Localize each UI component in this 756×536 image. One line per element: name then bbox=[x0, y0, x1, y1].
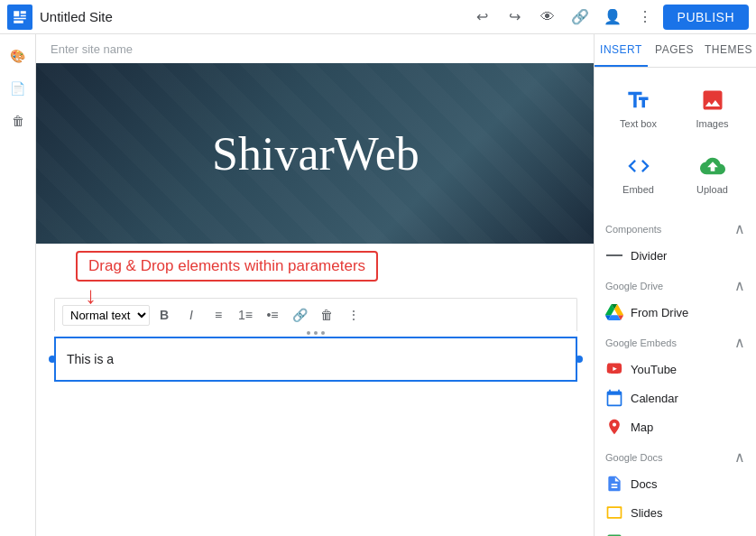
align-button[interactable]: ≡ bbox=[206, 302, 231, 328]
map-item[interactable]: Map bbox=[595, 412, 756, 441]
insert-upload[interactable]: Upload bbox=[676, 141, 749, 206]
insert-embed[interactable]: Embed bbox=[602, 141, 675, 206]
docs-item[interactable]: Docs bbox=[595, 469, 756, 498]
editor-body-wrapper: This is a bbox=[54, 331, 577, 382]
preview-button[interactable]: 👁 bbox=[533, 3, 562, 32]
divider-icon bbox=[605, 246, 623, 264]
more-toolbar-button[interactable]: ⋮ bbox=[341, 302, 366, 328]
components-label: Components bbox=[605, 224, 661, 235]
svg-rect-0 bbox=[14, 11, 19, 16]
canvas-inner: ShivarWeb Drag & Drop elements within pa… bbox=[36, 34, 594, 536]
embeds-collapse[interactable]: ∧ bbox=[734, 334, 745, 351]
ordered-list-button[interactable]: 1≡ bbox=[233, 302, 258, 328]
canvas-area[interactable]: ShivarWeb Drag & Drop elements within pa… bbox=[36, 34, 594, 536]
calendar-label: Calendar bbox=[631, 392, 678, 405]
drive-icon bbox=[605, 303, 623, 321]
italic-button[interactable]: I bbox=[179, 302, 204, 328]
left-sidebar: 🎨 📄 🗑 bbox=[0, 34, 36, 536]
section-embeds-header: Google Embeds ∧ bbox=[595, 327, 756, 355]
images-label: Images bbox=[696, 118, 728, 129]
images-icon bbox=[698, 86, 727, 115]
drive-collapse[interactable]: ∧ bbox=[734, 277, 745, 294]
tab-insert[interactable]: INSERT bbox=[595, 34, 648, 67]
youtube-icon bbox=[605, 360, 623, 378]
from-drive-item[interactable]: From Drive bbox=[595, 298, 756, 327]
delete-toolbar-button[interactable]: 🗑 bbox=[314, 302, 339, 328]
tab-pages[interactable]: PAGES bbox=[648, 34, 701, 67]
docs-label: Docs bbox=[631, 477, 658, 491]
insert-images[interactable]: Images bbox=[676, 75, 749, 140]
share-button[interactable]: 👤 bbox=[598, 3, 627, 32]
selection-handle-left bbox=[49, 356, 56, 363]
youtube-label: YouTube bbox=[631, 363, 677, 376]
svg-rect-7 bbox=[608, 508, 620, 517]
components-collapse[interactable]: ∧ bbox=[734, 220, 745, 237]
youtube-item[interactable]: YouTube bbox=[595, 355, 756, 384]
map-icon bbox=[605, 418, 623, 436]
drag-drop-hint: Drag & Drop elements within parameters bbox=[76, 251, 378, 282]
hero-section: ShivarWeb bbox=[36, 63, 594, 244]
docs-collapse[interactable]: ∧ bbox=[734, 448, 745, 466]
upload-label: Upload bbox=[696, 184, 728, 195]
drag-drop-text: Drag & Drop elements within parameters bbox=[88, 257, 365, 274]
editor-text[interactable]: This is a bbox=[67, 352, 114, 366]
unordered-list-button[interactable]: •≡ bbox=[260, 302, 285, 328]
undo-button[interactable]: ↩ bbox=[468, 3, 497, 32]
svg-rect-1 bbox=[21, 11, 26, 14]
right-panel: INSERT PAGES THEMES Text box Images bbox=[594, 34, 756, 536]
site-name-bar bbox=[36, 34, 594, 63]
drive-section-label: Google Drive bbox=[605, 281, 663, 291]
section-docs-header: Google Docs ∧ bbox=[595, 441, 756, 469]
resize-handle[interactable] bbox=[54, 331, 577, 335]
calendar-item[interactable]: Calendar bbox=[595, 384, 756, 412]
divider-item[interactable]: Divider bbox=[595, 241, 756, 270]
pages-icon[interactable]: 📄 bbox=[4, 74, 32, 103]
drag-drop-arrow: ↓ bbox=[85, 283, 97, 307]
right-tabs: INSERT PAGES THEMES bbox=[595, 34, 756, 68]
svg-rect-4 bbox=[14, 20, 23, 23]
site-title: Untitled Site bbox=[40, 9, 461, 24]
embed-label: Embed bbox=[622, 184, 654, 195]
theme-icon[interactable]: 🎨 bbox=[4, 42, 32, 70]
insert-textbox[interactable]: Text box bbox=[602, 75, 675, 140]
textbox-icon bbox=[624, 86, 653, 115]
text-style-select[interactable]: Normal text bbox=[62, 305, 150, 326]
docs-icon bbox=[605, 475, 623, 493]
tab-themes[interactable]: THEMES bbox=[701, 34, 756, 67]
editor-toolbar: Normal text B I ≡ 1≡ •≡ 🔗 🗑 ⋮ bbox=[54, 298, 577, 331]
slides-icon bbox=[605, 504, 623, 522]
editor-body[interactable]: This is a bbox=[54, 337, 577, 382]
link-toolbar-button[interactable]: 🔗 bbox=[287, 302, 312, 328]
editor-section: Normal text B I ≡ 1≡ •≡ 🔗 🗑 ⋮ bbox=[36, 298, 594, 382]
delete-icon[interactable]: 🗑 bbox=[4, 106, 32, 135]
link-button[interactable]: 🔗 bbox=[566, 3, 595, 32]
sheets-item[interactable]: Sheets bbox=[595, 527, 756, 536]
slides-item[interactable]: Slides bbox=[595, 498, 756, 527]
embed-icon bbox=[624, 152, 653, 180]
upload-icon bbox=[698, 152, 727, 180]
bold-button[interactable]: B bbox=[152, 302, 177, 328]
topbar: Untitled Site ↩ ↪ 👁 🔗 👤 ⋮ PUBLISH bbox=[0, 0, 756, 34]
site-name-input[interactable] bbox=[51, 42, 581, 56]
insert-grid: Text box Images Embed Upload bbox=[595, 68, 756, 213]
sheets-icon bbox=[605, 532, 623, 536]
hero-title: ShivarWeb bbox=[212, 127, 419, 180]
divider-label: Divider bbox=[631, 249, 667, 263]
textbox-label: Text box bbox=[620, 118, 657, 129]
from-drive-label: From Drive bbox=[631, 306, 688, 319]
selection-handle-right bbox=[576, 356, 583, 363]
redo-button[interactable]: ↪ bbox=[501, 3, 530, 32]
embeds-section-label: Google Embeds bbox=[605, 337, 677, 348]
topbar-actions: ↩ ↪ 👁 🔗 👤 ⋮ PUBLISH bbox=[468, 3, 749, 32]
slides-label: Slides bbox=[631, 506, 662, 520]
app-logo bbox=[7, 5, 32, 30]
section-drive-header: Google Drive ∧ bbox=[595, 270, 756, 298]
svg-rect-5 bbox=[606, 254, 622, 256]
docs-section-label: Google Docs bbox=[605, 452, 663, 463]
more-button[interactable]: ⋮ bbox=[631, 3, 659, 32]
section-components-header: Components ∧ bbox=[595, 213, 756, 241]
svg-rect-2 bbox=[21, 14, 26, 16]
main-layout: 🎨 📄 🗑 ShivarWeb Drag & Drop elements wit… bbox=[0, 34, 756, 536]
publish-button[interactable]: PUBLISH bbox=[663, 5, 749, 30]
svg-rect-3 bbox=[14, 17, 26, 19]
